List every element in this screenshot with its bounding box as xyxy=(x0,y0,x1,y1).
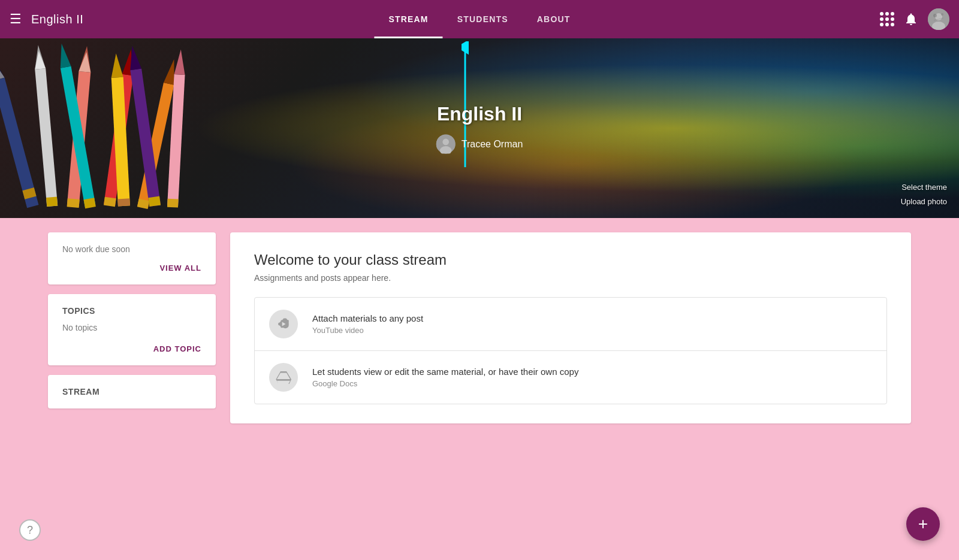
feature-title-drive: Let students view or edit the same mater… xyxy=(312,367,578,377)
nav-students[interactable]: STUDENTS xyxy=(443,0,523,38)
hero-class-title: English II xyxy=(436,103,523,125)
add-topic-button[interactable]: ADD TOPIC xyxy=(62,344,201,353)
upload-photo-link[interactable]: Upload photo xyxy=(901,195,947,208)
welcome-title: Welcome to your class stream xyxy=(254,252,887,268)
svg-rect-16 xyxy=(67,198,80,208)
feature-text-drive: Let students view or edit the same mater… xyxy=(312,367,578,388)
svg-rect-12 xyxy=(46,196,58,207)
help-button[interactable]: ? xyxy=(19,519,41,541)
stream-sidebar-heading: STREAM xyxy=(62,387,201,396)
feature-sub-drive: Google Docs xyxy=(312,379,578,388)
svg-marker-13 xyxy=(34,50,46,69)
menu-icon[interactable]: ☰ xyxy=(10,11,22,27)
sidebar: No work due soon VIEW ALL TOPICS No topi… xyxy=(48,232,216,423)
hero-content: English II Tracee Orman xyxy=(436,103,523,154)
stream-card: Welcome to your class stream Assignments… xyxy=(230,232,911,423)
header-right xyxy=(880,8,949,30)
svg-rect-23 xyxy=(104,197,116,207)
bell-icon[interactable] xyxy=(904,12,918,26)
topics-heading: TOPICS xyxy=(62,306,201,316)
select-theme-link[interactable]: Select theme xyxy=(901,180,947,194)
hero-options: Select theme Upload photo xyxy=(901,180,947,208)
stream-main: Welcome to your class stream Assignments… xyxy=(230,232,911,423)
header-nav: STREAM STUDENTS ABOUT xyxy=(374,0,584,38)
svg-marker-34 xyxy=(174,49,186,75)
svg-marker-25 xyxy=(110,53,123,78)
svg-point-39 xyxy=(442,139,449,146)
svg-rect-26 xyxy=(117,198,130,206)
hero-teacher-name: Tracee Orman xyxy=(462,139,523,150)
svg-point-3 xyxy=(933,14,937,17)
feature-item-drive: Let students view or edit the same mater… xyxy=(255,351,886,404)
welcome-subtitle: Assignments and posts appear here. xyxy=(254,273,887,283)
feature-list: Attach materials to any post YouTube vid… xyxy=(254,297,887,404)
no-topics-text: No topics xyxy=(62,323,201,332)
nav-stream[interactable]: STREAM xyxy=(374,0,442,38)
svg-point-4 xyxy=(941,13,943,16)
main-content: No work due soon VIEW ALL TOPICS No topi… xyxy=(0,218,959,438)
svg-rect-32 xyxy=(148,196,161,207)
svg-rect-20 xyxy=(84,198,96,208)
nav-about[interactable]: ABOUT xyxy=(523,0,585,38)
header-title: English II xyxy=(31,13,83,26)
feature-title-youtube: Attach materials to any post xyxy=(312,313,423,323)
hero-teacher-avatar xyxy=(436,135,456,154)
svg-rect-10 xyxy=(35,68,58,207)
topics-card: TOPICS No topics ADD TOPIC xyxy=(48,294,216,365)
hero-teacher: Tracee Orman xyxy=(436,135,523,154)
view-all-button[interactable]: VIEW ALL xyxy=(62,264,201,273)
svg-marker-17 xyxy=(79,52,92,72)
stream-sidebar-card: STREAM xyxy=(48,375,216,408)
grid-icon[interactable] xyxy=(880,12,894,26)
avatar[interactable] xyxy=(928,8,949,30)
work-due-card: No work due soon VIEW ALL xyxy=(48,232,216,284)
header: ☰ English II STREAM STUDENTS ABOUT xyxy=(0,0,959,38)
svg-marker-9 xyxy=(0,60,5,81)
feature-text-youtube: Attach materials to any post YouTube vid… xyxy=(312,313,423,335)
hero-pencils xyxy=(0,38,252,218)
youtube-icon xyxy=(269,310,298,338)
svg-marker-19 xyxy=(56,43,71,68)
feature-item-youtube: Attach materials to any post YouTube vid… xyxy=(255,298,886,351)
fab-button[interactable]: + xyxy=(906,507,940,541)
no-work-text: No work due soon xyxy=(62,244,201,254)
drive-icon xyxy=(269,363,298,392)
svg-rect-35 xyxy=(167,199,179,208)
hero-banner: English II Tracee Orman Select theme Upl… xyxy=(0,38,959,218)
feature-sub-youtube: YouTube video xyxy=(312,326,423,335)
